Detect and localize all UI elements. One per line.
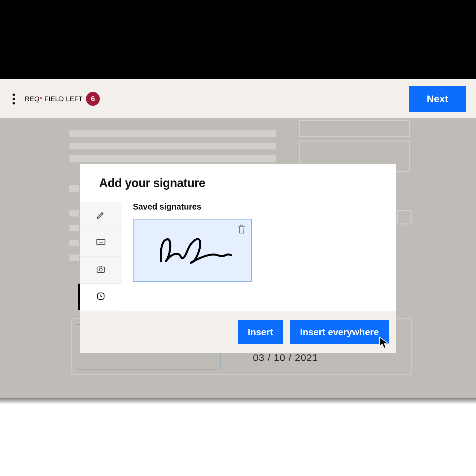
modal-footer: Insert Insert everywhere (80, 311, 396, 353)
svg-rect-0 (97, 240, 105, 245)
toolbar: REQ* FIELD LEFT 6 Next (0, 79, 476, 118)
svg-point-8 (99, 268, 102, 271)
modal-title: Add your signature (99, 176, 205, 190)
decorative-shadow (0, 398, 476, 404)
signature-preview (148, 231, 237, 269)
insert-everywhere-button[interactable]: Insert everywhere (290, 320, 389, 344)
insert-button[interactable]: Insert (238, 320, 283, 344)
placeholder-line (69, 240, 79, 246)
add-signature-modal: Add your signature (80, 164, 396, 353)
saved-signature-card[interactable] (133, 219, 252, 282)
required-fields-indicator: REQ* FIELD LEFT 6 (25, 92, 100, 106)
delete-signature-button[interactable] (237, 223, 247, 236)
placeholder-box (299, 120, 410, 137)
date-value: 03 / 10 / 2021 (253, 352, 318, 363)
window-top-blackbar (0, 0, 476, 79)
placeholder-line (69, 185, 79, 192)
placeholder-line (69, 255, 79, 261)
pencil-icon (96, 210, 106, 221)
placeholder-line (69, 155, 276, 162)
trash-icon (237, 230, 247, 236)
svg-rect-7 (97, 267, 105, 272)
req-prefix: REQ (25, 95, 40, 102)
saved-signatures-panel: Saved signatures (133, 202, 389, 282)
placeholder-box (397, 210, 412, 224)
tab-type[interactable] (80, 229, 122, 256)
placeholder-line (69, 130, 276, 137)
camera-icon (96, 264, 106, 275)
tab-photo[interactable] (80, 256, 122, 283)
more-menu-button[interactable] (10, 92, 18, 106)
placeholder-line (69, 225, 79, 231)
signature-method-tabs (80, 202, 122, 310)
tab-draw[interactable] (80, 202, 122, 229)
req-suffix: FIELD LEFT (42, 95, 83, 102)
placeholder-line (69, 210, 79, 217)
clock-icon (96, 291, 106, 302)
tab-saved[interactable] (80, 283, 122, 310)
placeholder-line (69, 143, 276, 149)
keyboard-icon (96, 237, 106, 248)
next-button[interactable]: Next (409, 86, 466, 112)
required-count-badge: 6 (86, 92, 100, 106)
saved-signatures-heading: Saved signatures (133, 202, 389, 212)
req-asterisk: * (40, 95, 42, 102)
